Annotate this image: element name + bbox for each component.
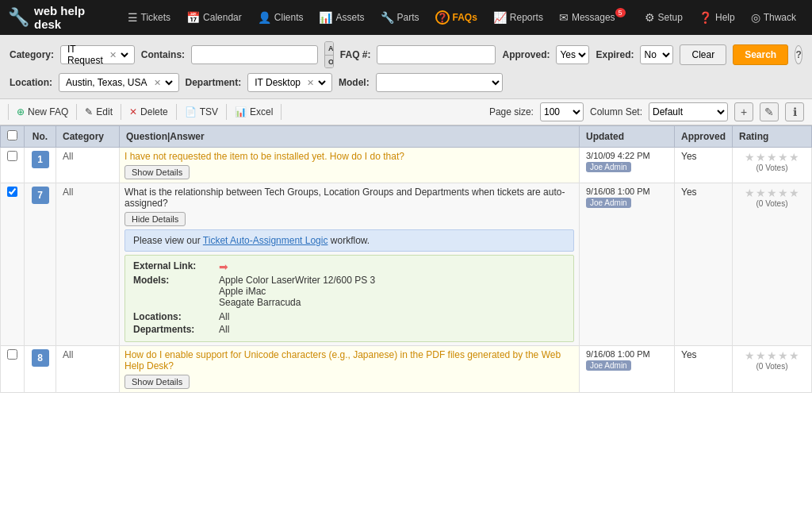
col-approved: Approved	[674, 126, 732, 148]
filter-bar: Category: IT Request ✕ Contains: AND OR …	[0, 35, 812, 99]
row1-qa: I have not requested the item to be inst…	[120, 148, 580, 183]
search-button[interactable]: Search	[733, 44, 788, 65]
logo: 🔧 web help desk	[8, 4, 107, 31]
row7-badge: 7	[32, 187, 49, 204]
row1-checkbox[interactable]	[7, 151, 17, 161]
and-option[interactable]: AND	[325, 42, 333, 56]
row1-checkbox-cell	[1, 148, 25, 183]
logo-text: web help desk	[34, 4, 107, 31]
row7-hide-details-button[interactable]: Hide Details	[124, 212, 186, 226]
location-dropdown-btn[interactable]	[164, 75, 175, 90]
excel-button[interactable]: 📊 Excel	[227, 104, 282, 120]
select-all-checkbox[interactable]	[7, 130, 17, 140]
department-label: Department:	[186, 77, 242, 88]
nav-clients[interactable]: 👤 Clients	[250, 0, 312, 35]
add-col-button[interactable]: +	[734, 102, 753, 121]
row7-checkbox-cell	[1, 183, 25, 346]
approved-label: Approved:	[502, 49, 550, 60]
expired-select[interactable]: NoYesAll	[640, 45, 673, 64]
col-checkbox	[1, 126, 25, 148]
model-select[interactable]	[376, 73, 503, 92]
nav-reports[interactable]: 📈 Reports	[485, 0, 551, 35]
new-faq-button[interactable]: ⊕ New FAQ	[8, 104, 77, 120]
row7-question: What is the relationship between Tech Gr…	[124, 187, 574, 209]
nav-setup[interactable]: ⚙ Setup	[637, 0, 691, 35]
faq-num-label: FAQ #:	[340, 49, 371, 60]
row8-approved: Yes	[674, 346, 732, 393]
row1-stars: ★★★★★	[739, 151, 805, 164]
toolbar: ⊕ New FAQ ✎ Edit ✕ Delete 📄 TSV 📊 Excel …	[0, 99, 812, 125]
department-clear-btn[interactable]: ✕	[307, 78, 314, 88]
department-dropdown-btn[interactable]	[317, 75, 328, 90]
row8-question: How do I enable support for Unicode char…	[124, 349, 574, 371]
row8-updated-user: Joe Admin	[586, 360, 631, 371]
category-dropdown-btn[interactable]	[120, 47, 131, 63]
locations-label: Locations:	[133, 311, 213, 322]
or-option[interactable]: OR	[325, 56, 333, 68]
locations-value: All	[219, 311, 229, 322]
nav-faqs[interactable]: ❓ FAQs	[427, 0, 485, 35]
col-set-select[interactable]: Default	[649, 102, 728, 121]
help-button[interactable]: ?	[795, 45, 802, 64]
row8-votes: (0 Votes)	[739, 362, 805, 371]
row8-category: All	[56, 346, 120, 393]
nav-assets[interactable]: 📊 Assets	[311, 0, 372, 35]
tsv-button[interactable]: 📄 TSV	[177, 104, 227, 120]
edit-button[interactable]: ✎ Edit	[77, 104, 121, 120]
nav-help[interactable]: ❓ Help	[691, 0, 743, 35]
model-label: Model:	[339, 77, 370, 88]
logo-icon: 🔧	[8, 7, 29, 28]
tickets-icon: ☰	[128, 11, 138, 24]
edit-col-button[interactable]: ✎	[760, 102, 779, 121]
contains-input[interactable]	[191, 45, 318, 64]
location-select-wrap: Austin, Texas, USA ✕	[59, 73, 179, 92]
table-row: 8 All How do I enable support for Unicod…	[1, 346, 812, 393]
nav-calendar[interactable]: 📅 Calendar	[178, 0, 250, 35]
reports-icon: 📈	[493, 11, 507, 24]
ext-link-icon: ➡	[219, 260, 228, 273]
row1-votes: (0 Votes)	[739, 164, 805, 172]
row1-num: 1	[25, 148, 56, 183]
info-button[interactable]: ℹ	[785, 102, 804, 121]
ext-link-label: External Link:	[133, 260, 213, 273]
row7-details: External Link: ➡ Models: Apple Color Las…	[124, 255, 574, 342]
nav-messages[interactable]: ✉ Messages 5	[551, 0, 637, 35]
row7-answer: Please view our Ticket Auto-Assignment L…	[124, 229, 574, 252]
row7-checkbox[interactable]	[7, 187, 17, 197]
row7-answer-link[interactable]: Ticket Auto-Assignment Logic	[203, 235, 328, 246]
row1-updated: 3/10/09 4:22 PM Joe Admin	[579, 148, 674, 183]
clear-button[interactable]: Clear	[680, 44, 726, 65]
location-label: Location:	[10, 77, 52, 88]
row7-updated-user: Joe Admin	[586, 198, 631, 208]
row8-show-details-button[interactable]: Show Details	[124, 375, 190, 389]
page-size-label: Page size:	[489, 106, 534, 117]
category-clear-btn[interactable]: ✕	[109, 50, 117, 60]
col-no: No.	[25, 126, 56, 148]
row1-question: I have not requested the item to be inst…	[124, 151, 574, 162]
page-size-select[interactable]: 1005025	[540, 102, 584, 121]
category-label: Category:	[10, 49, 54, 60]
and-or-toggle[interactable]: AND OR	[324, 41, 334, 68]
contains-label: Contains:	[141, 49, 185, 60]
nav-parts[interactable]: 🔧 Parts	[373, 0, 427, 35]
faq-table: No. Category Question|Answer Updated App…	[0, 125, 812, 393]
messages-icon: ✉	[559, 11, 569, 24]
row8-num: 8	[25, 346, 56, 393]
approved-select[interactable]: YesNoAll	[556, 45, 589, 64]
assets-icon: 📊	[319, 11, 332, 24]
nav-thwack[interactable]: ◎ Thwack	[743, 0, 804, 35]
faq-num-input[interactable]	[377, 45, 496, 64]
category-select-wrap: IT Request ✕	[60, 45, 135, 64]
row1-approved: Yes	[674, 148, 732, 183]
location-clear-btn[interactable]: ✕	[154, 78, 161, 88]
row1-category: All	[56, 148, 120, 183]
messages-badge: 5	[615, 8, 626, 17]
row1-show-details-button[interactable]: Show Details	[124, 165, 190, 179]
row1-updated-user: Joe Admin	[586, 162, 631, 172]
departments-label: Departments:	[133, 324, 213, 335]
delete-button[interactable]: ✕ Delete	[121, 104, 177, 120]
row8-checkbox[interactable]	[7, 349, 17, 360]
expired-label: Expired:	[596, 49, 634, 60]
row7-updated: 9/16/08 1:00 PM Joe Admin	[579, 183, 674, 346]
nav-tickets[interactable]: ☰ Tickets	[120, 0, 179, 35]
